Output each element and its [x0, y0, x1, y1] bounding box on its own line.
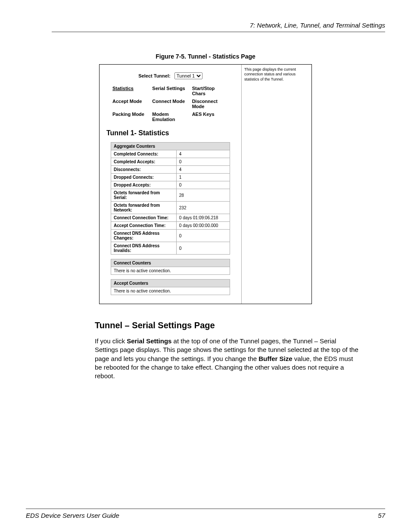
- table-row: Dropped Connects:1: [111, 174, 230, 181]
- connect-counters-msg: There is no active connection.: [111, 267, 230, 275]
- aggregate-counters-table: Aggregate Counters Completed Connects:4 …: [111, 142, 230, 255]
- page-footer: EDS Device Servers User Guide 57: [26, 508, 385, 519]
- tab-disconnect-mode[interactable]: Disconnect Mode: [190, 97, 230, 110]
- table-row: Octets forwarded from Network:232: [111, 202, 230, 214]
- figure-screenshot: Select Tunnel: Tunnel 1 Statistics Seria…: [99, 64, 312, 304]
- tab-modem-emulation[interactable]: Modem Emulation: [150, 110, 190, 123]
- select-tunnel-label: Select Tunnel:: [138, 73, 170, 78]
- accept-counters-table: Accept Counters There is no active conne…: [111, 279, 230, 295]
- tab-packing-mode[interactable]: Packing Mode: [111, 110, 150, 123]
- accept-counters-title: Accept Counters: [111, 280, 230, 287]
- select-tunnel-dropdown[interactable]: Tunnel 1: [174, 72, 202, 79]
- tab-statistics[interactable]: Statistics: [111, 84, 150, 97]
- tab-aes-keys[interactable]: AES Keys: [190, 110, 230, 123]
- table-row: Disconnects:4: [111, 166, 230, 174]
- connect-counters-table: Connect Counters There is no active conn…: [111, 259, 230, 275]
- body-paragraph: If you click Serial Settings at the top …: [95, 337, 359, 380]
- table-row: Connect DNS Address Invalids:0: [111, 242, 230, 255]
- body-heading: Tunnel – Serial Settings Page: [95, 320, 385, 330]
- table-row: Completed Accepts:0: [111, 158, 230, 166]
- table-row: Connect DNS Address Changes:0: [111, 230, 230, 242]
- table-row: Completed Connects:4: [111, 150, 230, 158]
- help-sidebar: This page displays the current connectio…: [241, 65, 311, 304]
- page-number: 57: [378, 512, 385, 519]
- table-row: Accept Connection Time:0 days 00:00:00.0…: [111, 222, 230, 230]
- panel-heading: Tunnel 1- Statistics: [106, 129, 237, 137]
- table-row: Connect Connection Time:0 days 01:09:06.…: [111, 214, 230, 222]
- tab-accept-mode[interactable]: Accept Mode: [111, 97, 150, 110]
- tab-serial-settings[interactable]: Serial Settings: [150, 84, 190, 97]
- tab-connect-mode[interactable]: Connect Mode: [150, 97, 190, 110]
- select-tunnel-row: Select Tunnel: Tunnel 1: [104, 72, 237, 79]
- table-row: Octets forwarded from Serial:28: [111, 189, 230, 202]
- footer-title: EDS Device Servers User Guide: [26, 512, 119, 519]
- tab-bar: Statistics Serial Settings Start/Stop Ch…: [111, 84, 230, 123]
- connect-counters-title: Connect Counters: [111, 259, 230, 267]
- tab-start-stop-chars[interactable]: Start/Stop Chars: [190, 84, 230, 97]
- aggregate-title: Aggregate Counters: [111, 143, 230, 150]
- figure-caption: Figure 7-5. Tunnel - Statistics Page: [26, 53, 385, 60]
- table-row: Dropped Accepts:0: [111, 181, 230, 189]
- chapter-header: 7: Network, Line, Tunnel, and Terminal S…: [52, 22, 385, 32]
- accept-counters-msg: There is no active connection.: [111, 287, 230, 295]
